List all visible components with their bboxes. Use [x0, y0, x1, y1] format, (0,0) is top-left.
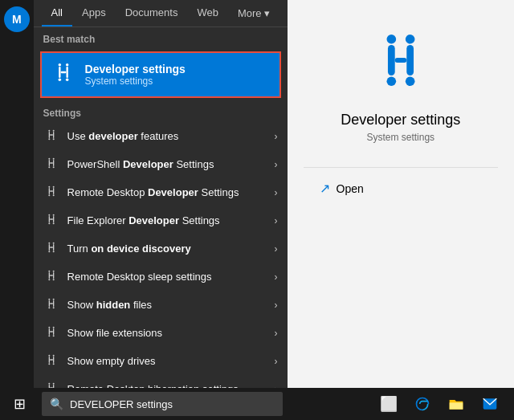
- svg-point-10: [52, 130, 54, 132]
- list-item[interactable]: Turn on device discovery ›: [34, 234, 288, 263]
- svg-rect-11: [53, 132, 54, 138]
- svg-rect-32: [53, 216, 54, 222]
- list-item-text-4: Turn on device discovery: [67, 243, 191, 255]
- list-item[interactable]: Remote Desktop sleep settings ›: [34, 263, 288, 291]
- svg-rect-1: [59, 67, 60, 78]
- tab-more[interactable]: More ▾: [228, 0, 279, 27]
- list-item-text-1: PowerShell Developer Settings: [67, 158, 214, 170]
- arrow-icon-0: ›: [275, 131, 278, 142]
- svg-point-56: [48, 327, 50, 328]
- svg-point-54: [52, 307, 54, 308]
- arrow-icon-4: ›: [275, 243, 278, 255]
- arrow-icon-3: ›: [275, 215, 278, 226]
- settings-label: Settings: [34, 101, 288, 122]
- svg-point-52: [52, 299, 54, 300]
- svg-point-59: [52, 327, 54, 328]
- tab-all[interactable]: All: [42, 0, 72, 27]
- svg-rect-48: [50, 275, 53, 275]
- list-item[interactable]: Show file extensions ›: [34, 319, 288, 347]
- best-match-item[interactable]: Developer settings System settings: [40, 51, 281, 98]
- svg-rect-41: [50, 247, 53, 247]
- svg-rect-78: [388, 45, 395, 75]
- tab-web[interactable]: Web: [187, 0, 228, 27]
- user-avatar[interactable]: M: [4, 6, 30, 32]
- list-item[interactable]: Remote Desktop hibernation settings ›: [34, 375, 288, 388]
- developer-settings-icon: [51, 61, 75, 88]
- list-item[interactable]: Remote Desktop Developer Settings ›: [34, 178, 288, 206]
- settings-icon-0: [43, 128, 59, 144]
- settings-icon-5: [43, 269, 59, 284]
- svg-point-0: [58, 63, 61, 67]
- chevron-down-icon: ▾: [264, 7, 270, 19]
- settings-icon-6: [43, 297, 59, 312]
- task-view-icon[interactable]: ⬜: [373, 388, 405, 420]
- svg-point-61: [52, 335, 54, 336]
- svg-point-77: [386, 35, 396, 44]
- svg-rect-15: [48, 160, 49, 166]
- svg-point-35: [48, 243, 50, 244]
- list-item-text-8: Show empty drives: [67, 355, 156, 367]
- settings-icon-9: [43, 381, 59, 388]
- sidebar-strip: M: [0, 0, 34, 388]
- start-button[interactable]: ⊞: [0, 388, 39, 420]
- start-menu: M All Apps Documents Web More ▾ Best mat…: [0, 0, 514, 388]
- svg-point-2: [58, 79, 61, 82]
- svg-point-68: [52, 363, 54, 365]
- svg-point-28: [48, 214, 50, 216]
- svg-point-30: [48, 222, 50, 224]
- svg-point-82: [406, 76, 415, 86]
- best-match-text: Developer settings System settings: [85, 63, 186, 87]
- tabs-bar: All Apps Documents Web More ▾: [34, 0, 288, 27]
- svg-point-49: [48, 299, 50, 300]
- settings-icon-2: [43, 185, 59, 200]
- svg-rect-6: [60, 71, 66, 73]
- svg-rect-60: [53, 328, 54, 335]
- list-item-text-7: Show file extensions: [67, 327, 163, 339]
- open-button[interactable]: ↗ Open: [304, 181, 364, 196]
- list-item-text-6: Show hidden files: [67, 299, 152, 311]
- list-item[interactable]: PowerShell Developer Settings ›: [34, 150, 288, 178]
- svg-point-51: [48, 307, 50, 308]
- svg-point-45: [52, 271, 54, 272]
- svg-point-63: [48, 355, 50, 357]
- open-icon: ↗: [320, 181, 330, 196]
- svg-point-7: [48, 130, 50, 132]
- edge-icon[interactable]: [406, 388, 439, 420]
- arrow-icon-7: ›: [275, 328, 278, 339]
- arrow-icon-8: ›: [275, 356, 278, 367]
- open-label: Open: [337, 182, 364, 195]
- list-item[interactable]: Show hidden files ›: [34, 291, 288, 319]
- arrow-icon-5: ›: [275, 271, 278, 283]
- divider: [304, 167, 498, 168]
- list-item[interactable]: Use developer features ›: [34, 122, 288, 150]
- list-item[interactable]: Show empty drives ›: [34, 347, 288, 375]
- arrow-icon-2: ›: [275, 187, 278, 198]
- svg-rect-8: [48, 132, 49, 138]
- svg-rect-50: [48, 300, 49, 307]
- arrow-icon-6: ›: [275, 300, 278, 311]
- best-match-subtitle: System settings: [85, 75, 186, 87]
- svg-point-19: [52, 166, 54, 168]
- svg-rect-18: [53, 160, 54, 166]
- svg-rect-69: [50, 359, 53, 360]
- taskbar-search-input[interactable]: [70, 398, 275, 410]
- search-icon: 🔍: [50, 398, 63, 410]
- svg-point-24: [52, 186, 54, 188]
- svg-rect-43: [48, 272, 49, 279]
- tab-documents[interactable]: Documents: [116, 0, 188, 27]
- file-explorer-icon[interactable]: [440, 388, 472, 420]
- svg-rect-4: [66, 67, 67, 78]
- svg-point-9: [48, 138, 50, 140]
- mail-icon[interactable]: [474, 388, 506, 420]
- svg-rect-67: [53, 357, 54, 363]
- svg-rect-55: [50, 303, 53, 304]
- settings-icon-3: [43, 213, 59, 228]
- svg-point-5: [65, 79, 68, 82]
- tab-apps[interactable]: Apps: [72, 0, 116, 27]
- taskbar-search-box[interactable]: 🔍: [42, 392, 283, 416]
- taskbar-icons: ⬜: [373, 388, 514, 420]
- list-item[interactable]: File Explorer Developer Settings ›: [34, 206, 288, 234]
- svg-rect-53: [53, 300, 54, 307]
- svg-rect-13: [50, 134, 53, 135]
- svg-rect-36: [48, 244, 49, 251]
